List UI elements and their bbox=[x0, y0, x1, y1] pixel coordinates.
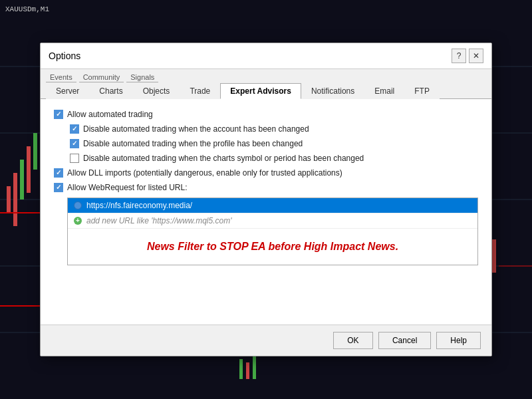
tab-ftp[interactable]: FTP bbox=[404, 83, 440, 99]
group-events-label: Events bbox=[46, 72, 76, 82]
button-row: OK Cancel Help bbox=[41, 325, 491, 356]
tab-objects[interactable]: Objects bbox=[133, 83, 180, 99]
checkbox-allow-automated-input[interactable] bbox=[54, 110, 63, 119]
url-faireconomy-text: https://nfs.faireconomy.media/ bbox=[86, 201, 192, 210]
url-add-new-text: add new URL like 'https://www.mql5.com' bbox=[86, 216, 231, 225]
help-title-button[interactable]: ? bbox=[452, 49, 466, 63]
tab-trade[interactable]: Trade bbox=[180, 83, 220, 99]
group-community-label: Community bbox=[79, 72, 124, 82]
globe-icon bbox=[73, 201, 82, 210]
tab-notifications[interactable]: Notifications bbox=[301, 83, 364, 99]
checkbox-allow-automated[interactable]: Allow automated trading bbox=[54, 110, 478, 119]
news-filter-text: News Filter to STOP EA before High Impac… bbox=[74, 234, 471, 259]
checkbox-disable-account-label: Disable automated trading when the accou… bbox=[83, 124, 309, 134]
content-area: Allow automated trading Disable automate… bbox=[41, 98, 491, 325]
tab-expert-advisors[interactable]: Expert Advisors bbox=[220, 83, 301, 99]
title-buttons: ? ✕ bbox=[452, 49, 483, 63]
group-signals-label: Signals bbox=[126, 72, 158, 82]
tab-charts[interactable]: Charts bbox=[89, 83, 132, 99]
dialog-title: Options bbox=[49, 51, 80, 61]
checkbox-disable-account-input[interactable] bbox=[70, 124, 79, 134]
dialog-overlay: Options ? ✕ Events Community bbox=[0, 0, 532, 399]
close-title-button[interactable]: ✕ bbox=[469, 49, 483, 63]
ok-button[interactable]: OK bbox=[333, 332, 373, 349]
checkbox-allow-dll-input[interactable] bbox=[54, 168, 63, 178]
checkbox-disable-profile-label: Disable automated trading when the profi… bbox=[83, 139, 303, 148]
tab-server[interactable]: Server bbox=[46, 83, 89, 99]
url-item-add-new[interactable]: + add new URL like 'https://www.mql5.com… bbox=[68, 213, 477, 229]
cancel-button[interactable]: Cancel bbox=[378, 332, 431, 349]
url-item-faireconomy[interactable]: https://nfs.faireconomy.media/ bbox=[68, 198, 477, 213]
checkbox-allow-webrequest-input[interactable] bbox=[54, 183, 63, 192]
title-bar: Options ? ✕ bbox=[41, 43, 491, 69]
checkbox-disable-chart[interactable]: Disable automated trading when the chart… bbox=[70, 154, 478, 163]
checkbox-allow-automated-label: Allow automated trading bbox=[67, 110, 153, 119]
checkbox-allow-dll-label: Allow DLL imports (potentially dangerous… bbox=[67, 168, 342, 178]
checkbox-allow-webrequest-label: Allow WebRequest for listed URL: bbox=[67, 183, 188, 192]
help-button[interactable]: Help bbox=[436, 332, 481, 349]
checkbox-allow-dll[interactable]: Allow DLL imports (potentially dangerous… bbox=[54, 168, 478, 178]
tab-email[interactable]: Email bbox=[364, 83, 404, 99]
plus-icon: + bbox=[73, 216, 82, 225]
checkbox-disable-profile-input[interactable] bbox=[70, 139, 79, 148]
news-filter-container: News Filter to STOP EA before High Impac… bbox=[68, 229, 477, 265]
url-list: https://nfs.faireconomy.media/ + add new… bbox=[67, 198, 478, 265]
checkbox-disable-chart-label: Disable automated trading when the chart… bbox=[83, 154, 364, 163]
checkbox-disable-chart-input[interactable] bbox=[70, 154, 79, 163]
checkbox-disable-profile[interactable]: Disable automated trading when the profi… bbox=[70, 139, 478, 148]
checkbox-disable-account[interactable]: Disable automated trading when the accou… bbox=[70, 124, 478, 134]
checkbox-allow-webrequest[interactable]: Allow WebRequest for listed URL: bbox=[54, 183, 478, 192]
options-dialog: Options ? ✕ Events Community bbox=[40, 43, 492, 356]
tabs-header: Events Community Signals Server Charts O… bbox=[41, 69, 491, 98]
